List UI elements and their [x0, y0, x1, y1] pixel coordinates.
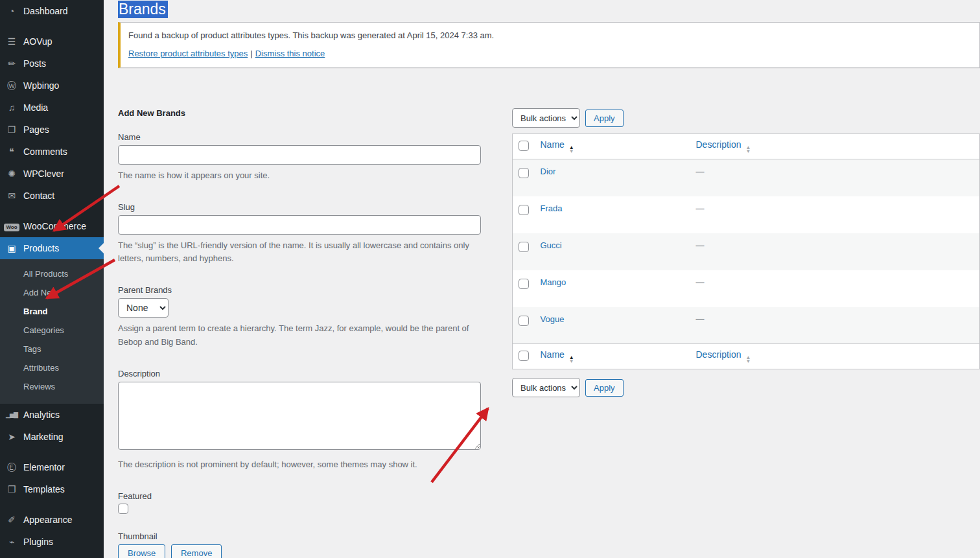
name-column-footer[interactable]: Name▲▼: [534, 344, 690, 369]
name-input[interactable]: [118, 145, 481, 165]
sidebar-item-label: Marketing: [23, 432, 63, 442]
brand-name-link[interactable]: Frada: [541, 203, 563, 213]
speech-bubble-icon: ❝: [0, 147, 23, 156]
sidebar-item-comments[interactable]: ❝ Comments: [0, 141, 104, 163]
sidebar-item-label: Pages: [23, 124, 49, 135]
sidebar-item-templates[interactable]: ❒ Templates: [0, 478, 104, 500]
sidebar-item-marketing[interactable]: ➤ Marketing: [0, 426, 104, 448]
sidebar-item-label: WPClever: [23, 169, 64, 179]
table-row: Mango —: [513, 270, 980, 307]
sidebar-item-aovup[interactable]: ☰ AOVup: [0, 30, 104, 52]
sidebar-item-label: Appearance: [23, 515, 73, 525]
bar-chart-icon: ▁▅▇: [0, 412, 23, 418]
paintbrush-icon: ✐: [0, 515, 23, 524]
folder-icon: ❒: [0, 485, 23, 494]
sidebar-item-pages[interactable]: ❐ Pages: [0, 119, 104, 141]
name-help-text: The name is how it appears on your site.: [118, 169, 481, 182]
sidebar-item-analytics[interactable]: ▁▅▇ Analytics: [0, 404, 104, 426]
envelope-icon: ✉: [0, 191, 23, 200]
dashboard-icon: ◔: [0, 6, 23, 16]
page-title: Brands: [118, 0, 980, 18]
select-all-checkbox-top[interactable]: [519, 141, 529, 151]
plug-icon: ⌁: [0, 537, 23, 546]
sidebar-item-label: Wpbingo: [23, 80, 59, 91]
brand-name-link[interactable]: Gucci: [541, 240, 562, 250]
sidebar-item-label: AOVup: [23, 36, 52, 47]
table-row: Vogue —: [513, 307, 980, 344]
featured-checkbox[interactable]: [118, 504, 128, 514]
sidebar-item-users[interactable]: ♟ Users: [0, 553, 104, 558]
sidebar-item-wpclever[interactable]: ✺ WPClever: [0, 163, 104, 185]
thumbnail-field-group: Thumbnail Browse Remove: [118, 531, 481, 558]
apply-button-bottom[interactable]: Apply: [585, 379, 624, 397]
sidebar-item-plugins[interactable]: ⌁ Plugins: [0, 531, 104, 553]
description-column-header[interactable]: Description▲▼: [690, 134, 980, 159]
table-row: Frada —: [513, 196, 980, 233]
row-checkbox[interactable]: [519, 242, 529, 252]
slug-input[interactable]: [118, 215, 481, 235]
brand-name-link[interactable]: Dior: [541, 167, 556, 176]
sidebar-item-posts[interactable]: ✏ Posts: [0, 52, 104, 75]
brand-name-link[interactable]: Vogue: [541, 314, 565, 324]
sidebar-item-appearance[interactable]: ✐ Appearance: [0, 509, 104, 531]
description-column-footer[interactable]: Description▲▼: [690, 344, 980, 369]
dismiss-notice-link[interactable]: Dismiss this notice: [255, 49, 325, 58]
submenu-item-add-new[interactable]: Add New: [0, 283, 104, 302]
row-checkbox[interactable]: [519, 316, 529, 326]
sidebar-item-label: Plugins: [23, 537, 53, 547]
slug-help-text: The “slug” is the URL-friendly version o…: [118, 239, 481, 265]
sidebar-item-label: Elementor: [23, 462, 65, 472]
sidebar-item-media[interactable]: ♫ Media: [0, 97, 104, 119]
sidebar-item-label: Templates: [23, 484, 65, 494]
archive-box-icon: ▣: [0, 244, 23, 253]
wpbingo-logo-icon: Ⓦ: [0, 81, 23, 90]
parent-help-text: Assign a parent term to create a hierarc…: [118, 322, 481, 348]
submenu-item-reviews[interactable]: Reviews: [0, 377, 104, 396]
parent-field-group: Parent Brands None Assign a parent term …: [118, 285, 481, 348]
parent-brands-select[interactable]: None: [118, 298, 169, 318]
select-all-checkbox-bottom[interactable]: [519, 351, 529, 361]
sidebar-item-label: Comments: [23, 146, 67, 157]
sidebar-item-wpbingo[interactable]: Ⓦ Wpbingo: [0, 75, 104, 97]
row-checkbox[interactable]: [519, 168, 529, 178]
sort-arrows-icon: ▲▼: [569, 146, 574, 154]
submenu-item-brand[interactable]: Brand: [0, 302, 104, 321]
sidebar-item-products[interactable]: ▣ Products: [0, 237, 104, 259]
restore-attributes-link[interactable]: Restore product attributes types: [128, 49, 248, 58]
row-checkbox[interactable]: [519, 205, 529, 215]
apply-button-top[interactable]: Apply: [585, 110, 624, 127]
wp-admin-page: ◔ Dashboard ☰ AOVup ✏ Posts Ⓦ Wpbingo ♫ …: [0, 0, 980, 558]
brand-description: —: [690, 196, 980, 233]
elementor-logo-icon: Ⓔ: [0, 463, 23, 472]
browse-button[interactable]: Browse: [118, 544, 165, 558]
sidebar-item-label: Analytics: [23, 410, 60, 420]
description-field-group: Description The description is not promi…: [118, 369, 481, 471]
submenu-item-categories[interactable]: Categories: [0, 321, 104, 340]
sort-arrows-icon: ▲▼: [746, 146, 751, 154]
sidebar-item-elementor[interactable]: Ⓔ Elementor: [0, 456, 104, 478]
sidebar-item-contact[interactable]: ✉ Contact: [0, 185, 104, 207]
featured-field-group: Featured: [118, 491, 481, 516]
featured-label: Featured: [118, 491, 481, 501]
description-textarea[interactable]: [118, 382, 481, 450]
name-column-header[interactable]: Name▲▼: [534, 134, 690, 159]
brand-description: —: [690, 307, 980, 344]
remove-button[interactable]: Remove: [171, 544, 222, 558]
add-brand-form: Add New Brands Name The name is how it a…: [118, 108, 481, 558]
bulk-actions-select-bottom[interactable]: Bulk actions: [512, 378, 580, 397]
submenu-item-attributes[interactable]: Attributes: [0, 358, 104, 377]
woocommerce-logo-icon: Woo: [0, 221, 23, 231]
submenu-item-all-products[interactable]: All Products: [0, 264, 104, 283]
pushpin-icon: ✏: [0, 59, 23, 68]
sidebar-item-dashboard[interactable]: ◔ Dashboard: [0, 0, 104, 22]
brand-name-link[interactable]: Mango: [541, 277, 566, 287]
sidebar-item-woocommerce[interactable]: Woo WooCommerce: [0, 215, 104, 237]
row-checkbox[interactable]: [519, 279, 529, 289]
description-label: Description: [118, 369, 481, 378]
bulk-actions-select-top[interactable]: Bulk actions: [512, 108, 580, 128]
megaphone-icon: ➤: [0, 432, 23, 441]
description-help-text: The description is not prominent by defa…: [118, 458, 481, 471]
submenu-item-tags[interactable]: Tags: [0, 340, 104, 358]
brands-table-section: Bulk actions Apply Name▲▼ Description▲▼: [512, 108, 980, 558]
slug-label: Slug: [118, 202, 481, 212]
